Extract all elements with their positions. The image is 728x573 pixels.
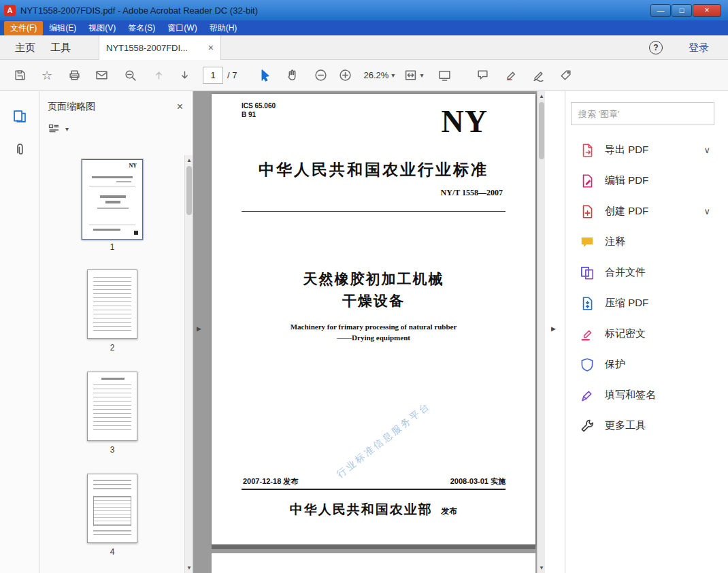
menu-edit[interactable]: 编辑(E) xyxy=(43,21,82,35)
menu-window[interactable]: 窗口(W) xyxy=(161,21,203,35)
thumbnails-options-button[interactable]: ▾ xyxy=(39,117,193,140)
help-icon[interactable]: ? xyxy=(649,41,663,54)
comment-icon xyxy=(579,234,595,250)
scrollbar-thumb[interactable] xyxy=(186,166,192,215)
next-page-icon[interactable] xyxy=(174,65,195,86)
reading-mode-icon[interactable] xyxy=(434,65,454,86)
doc-subtitle-en1: Machinery for frimary processing of natu… xyxy=(212,323,535,331)
standard-title: 中华人民共和国农业行业标准 xyxy=(212,159,535,180)
tool-export-pdf[interactable]: 导出 PDF ∨ xyxy=(565,135,728,165)
tool-compress-pdf[interactable]: 压缩 PDF xyxy=(565,288,728,318)
thumbnail-label-2: 2 xyxy=(82,343,143,353)
tab-home[interactable]: 主页 xyxy=(15,35,35,60)
publisher: 中华人民共和国农业部 xyxy=(290,502,433,517)
sign-tool-icon[interactable] xyxy=(528,65,548,86)
thumbnails-scrollbar[interactable]: ▲ ▼ xyxy=(184,155,193,573)
fit-caret-icon: ▾ xyxy=(420,71,423,79)
menu-view[interactable]: 视图(V) xyxy=(82,21,122,35)
titlebar: A NYT1558-2007FDIS.pdf - Adobe Acrobat R… xyxy=(0,0,728,20)
thumbnail-label-1: 1 xyxy=(82,242,143,252)
export-pdf-icon xyxy=(579,142,595,159)
collapse-right-panel-handle[interactable]: ▶ xyxy=(551,325,556,332)
select-tool-icon[interactable] xyxy=(254,65,275,86)
standard-number: NY/T 1558—2007 xyxy=(441,188,503,198)
menu-help[interactable]: 帮助(H) xyxy=(203,21,244,35)
previous-page-icon[interactable] xyxy=(148,65,169,86)
thumbnail-label-4: 4 xyxy=(82,547,143,557)
thumbnail-label-3: 3 xyxy=(82,445,143,455)
publisher-line: 中华人民共和国农业部 发布 xyxy=(212,501,535,519)
doc-subtitle-en2: ——Drying equipment xyxy=(212,333,535,342)
doc-scroll-up-icon[interactable]: ▲ xyxy=(537,93,545,99)
page-thumbnails-panel-icon[interactable] xyxy=(12,109,27,127)
tool-more-tools[interactable]: 更多工具 xyxy=(565,410,728,441)
close-panel-icon[interactable]: × xyxy=(177,101,183,113)
toolbar: ☆ / 7 26.2% xyxy=(0,60,728,91)
zoom-in-icon[interactable] xyxy=(335,65,355,86)
zoom-level-dropdown[interactable]: 26.2% ▾ xyxy=(363,65,395,86)
tools-search-input[interactable] xyxy=(572,109,714,119)
ny-logo: NY xyxy=(442,103,488,140)
edit-pdf-icon xyxy=(579,173,595,189)
stamp-tool-icon[interactable] xyxy=(555,65,576,86)
page-number-input[interactable] xyxy=(203,67,223,84)
comment-tool-icon[interactable] xyxy=(472,65,493,86)
tab-document[interactable]: NYT1558-2007FDI... × xyxy=(99,35,221,60)
protect-icon xyxy=(579,357,595,373)
watermark-text: 行业标准信息服务平台 xyxy=(334,400,433,481)
thumbnails-title: 页面缩略图 xyxy=(48,101,95,113)
doc-scroll-down-icon[interactable]: ▼ xyxy=(537,565,545,571)
doc-scrollbar-thumb[interactable] xyxy=(539,102,544,159)
fit-width-dropdown[interactable]: ▾ xyxy=(404,65,423,86)
tool-create-pdf[interactable]: 创建 PDF ∨ xyxy=(565,196,728,227)
tool-combine-files[interactable]: 合并文件 xyxy=(565,257,728,288)
document-viewport[interactable]: ICS 65.060 B 91 NY 中华人民共和国农业行业标准 NY/T 15… xyxy=(193,91,545,573)
star-icon[interactable]: ☆ xyxy=(37,65,57,86)
zoom-out-icon[interactable] xyxy=(310,65,331,86)
tool-protect[interactable]: 保护 xyxy=(565,349,728,380)
doc-title-line1: 天然橡胶初加工机械 xyxy=(212,269,535,289)
tool-fill-sign[interactable]: 填写和签名 xyxy=(565,380,728,410)
thumbnail-page-4[interactable] xyxy=(87,474,137,543)
redact-icon xyxy=(579,326,595,342)
scroll-down-icon[interactable]: ▼ xyxy=(185,565,193,571)
menu-sign[interactable]: 签名(S) xyxy=(122,21,161,35)
navigation-icon-strip xyxy=(0,91,39,573)
window-controls: — □ × xyxy=(650,4,724,17)
collapse-left-panel-handle[interactable]: ▶ xyxy=(197,325,201,332)
email-icon[interactable] xyxy=(91,65,112,86)
pdf-page-1: ICS 65.060 B 91 NY 中华人民共和国农业行业标准 NY/T 15… xyxy=(212,94,535,544)
more-tools-icon xyxy=(579,418,595,434)
hand-tool-icon[interactable] xyxy=(282,65,302,86)
chevron-down-icon[interactable]: ∨ xyxy=(704,206,710,216)
minimize-button[interactable]: — xyxy=(650,4,671,17)
document-scrollbar[interactable]: ▲ ▼ xyxy=(537,91,545,573)
scroll-up-icon[interactable]: ▲ xyxy=(185,157,193,163)
thumbnail-page-3[interactable] xyxy=(87,372,137,441)
thumbnail-page-1[interactable]: NY xyxy=(82,159,143,240)
page-total-label: / 7 xyxy=(227,70,237,80)
header-rule xyxy=(242,211,506,212)
attachments-icon[interactable] xyxy=(12,142,27,159)
chevron-down-icon[interactable]: ∨ xyxy=(704,145,710,155)
thumbnail-page-2[interactable] xyxy=(87,269,137,339)
tool-edit-pdf[interactable]: 编辑 PDF xyxy=(565,165,728,196)
highlight-tool-icon[interactable] xyxy=(501,65,521,86)
implementation-date: 2008-03-01 实施 xyxy=(450,476,506,487)
thumbnails-panel: 页面缩略图 × ▾ NY 1 xyxy=(39,91,193,573)
close-tab-icon[interactable]: × xyxy=(208,42,214,53)
issue-date: 2007-12-18 发布 xyxy=(243,476,298,487)
footer-rule xyxy=(242,489,506,490)
close-button[interactable]: × xyxy=(693,4,721,17)
sign-in-button[interactable]: 登录 xyxy=(689,35,709,60)
print-icon[interactable] xyxy=(64,65,84,86)
save-icon[interactable] xyxy=(10,65,30,86)
tab-tools[interactable]: 工具 xyxy=(50,35,71,60)
maximize-button[interactable]: □ xyxy=(672,4,692,17)
menu-file[interactable]: 文件(F) xyxy=(4,21,43,35)
tool-comment[interactable]: 注释 xyxy=(565,227,728,257)
pdf-page-2-edge xyxy=(212,553,535,573)
tools-list: 导出 PDF ∨ 编辑 PDF 创建 PDF ∨ xyxy=(565,135,728,441)
search-zoom-icon[interactable] xyxy=(120,65,140,86)
tool-redact[interactable]: 标记密文 xyxy=(565,318,728,349)
